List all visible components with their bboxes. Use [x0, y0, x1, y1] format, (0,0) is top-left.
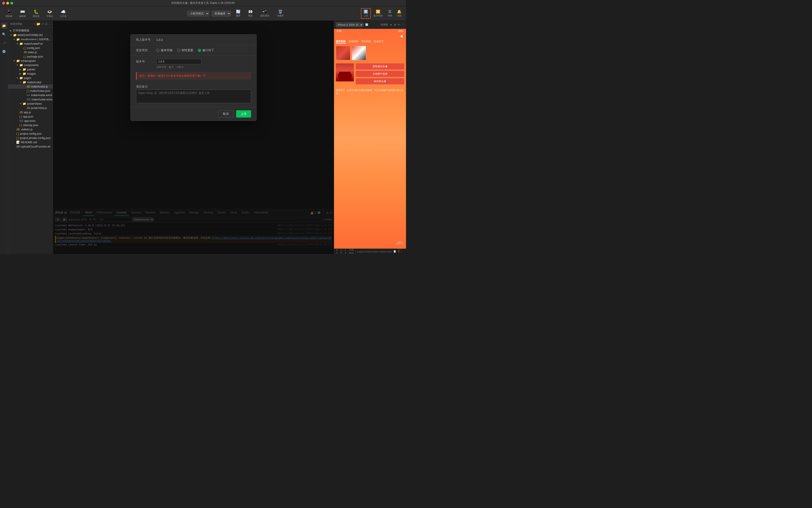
tree-item-painter[interactable]: ▶ 📁 painter — [8, 67, 53, 72]
thumb-2[interactable] — [352, 46, 366, 60]
tree-item-cloudfunctions[interactable]: ▼ 📁 cloudfunctions | 当前环境:... — [8, 37, 53, 42]
visual-button[interactable]: 👁️ 可视化 — [43, 7, 56, 20]
save-new-avatar-btn[interactable]: 保存新头像 — [356, 78, 404, 84]
md-file-icon: 📝 — [16, 140, 20, 144]
radio-patch[interactable]: 修订补丁 — [198, 48, 214, 52]
version-tip: 提示：新项目一般是1.0.0 版本号命名规则百度了解一下 — [136, 72, 251, 80]
tree-item-makeavatar-wxss[interactable]: SS makeAvatar.wxss — [8, 97, 53, 101]
tree-item-project-config[interactable]: { } project.config.json — [8, 131, 53, 136]
tree-item-app-json[interactable]: { } app.json — [8, 114, 53, 119]
rotate-icon[interactable]: ↻ — [398, 23, 400, 26]
get-wechat-avatar-btn[interactable]: 获取微信头像 — [356, 64, 404, 70]
new-folder-icon[interactable]: 📂 — [37, 22, 40, 26]
version-input[interactable] — [156, 59, 202, 64]
tree-item-index-js[interactable]: JS index.js — [8, 50, 53, 54]
tree-item-makeavatarfun[interactable]: ▼ 📁 makeAvatarFun — [8, 42, 53, 46]
record-dot[interactable]: ⏺ — [400, 34, 403, 38]
tip-content: 提示：新项目一般是1.0.0 版本号命名规则百度了解一下 — [139, 74, 206, 77]
maximize-button[interactable] — [10, 2, 13, 4]
tree-item-project-private[interactable]: { } project.private.config.json — [8, 136, 53, 140]
cancel-button[interactable]: 取消 — [218, 110, 233, 118]
debugger-button[interactable]: 🐛 调试器 — [29, 7, 43, 20]
tree-item-app-js[interactable]: JS app.js — [8, 110, 53, 114]
real-machine-button[interactable]: 📲 真机调试 — [258, 9, 272, 18]
minimize-button[interactable] — [6, 2, 9, 4]
radio-version-upgrade[interactable]: 版本升级 — [156, 48, 173, 52]
new-file-icon[interactable]: + — [34, 22, 36, 26]
tree-item-posterviews[interactable]: ▼ 📁 posterViews — [8, 101, 53, 106]
tree-item-config-json[interactable]: { } config.json — [8, 46, 53, 50]
tab-gradient[interactable]: 渐变国旗 — [348, 40, 358, 44]
search-icon[interactable]: 🔍 — [1, 31, 7, 37]
tree-item-makeavatar-json[interactable]: { } makeAvatar.json — [8, 89, 53, 93]
tree-item-images[interactable]: ▶ 📁 images — [8, 72, 53, 76]
thumb-1[interactable] — [336, 46, 350, 60]
tree-item-makeavatar-wxml[interactable]: <> makeAvatar.wxml — [8, 93, 53, 97]
compile-select[interactable]: 普通编译 — [212, 11, 231, 16]
git-icon[interactable]: ⎇ — [1, 40, 7, 46]
tree-item-package-json[interactable]: { } package.json — [8, 54, 53, 59]
simulator-button[interactable]: 📱 模拟器 — [2, 7, 16, 20]
refresh-tree-icon[interactable]: ↺ — [41, 22, 44, 26]
more-options-dot[interactable]: ··· — [396, 34, 399, 38]
copy-icon[interactable]: 📋 — [393, 250, 396, 253]
note-textarea[interactable] — [136, 90, 251, 103]
tree-item-readme[interactable]: 📝 README.md — [8, 140, 53, 144]
tab-other[interactable]: 其他样式 — [374, 40, 384, 44]
tree-item-eslintrc[interactable]: JS .eslintrc.js — [8, 127, 53, 131]
select-from-album-btn[interactable]: 从相册中选择 — [356, 71, 404, 77]
editor-button[interactable]: ⌨️ 编辑器 — [16, 7, 29, 20]
phone-frame: 0:56 84% ··· ⏺ 国庆新款 渐变国旗 简约国旗 其他样式 — [334, 29, 406, 249]
fullscreen-icon[interactable]: ⛶ — [402, 24, 404, 26]
thumb-red-bg — [336, 46, 350, 60]
tree-item-components[interactable]: ▼ 📁 components — [8, 63, 53, 67]
tree-item-upload-script[interactable]: SH uploadCloudFunction.sh — [8, 144, 53, 149]
tree-item-makeavatar-js[interactable]: JS makeAvatar.js — [8, 84, 53, 89]
msg-count: ℹ 0 — [345, 249, 347, 254]
upload-dialog: 线上版本号 1.0.2 更新类型 版本升级 特性更新 — [130, 34, 257, 121]
upload-button[interactable]: ⬆️ 上传 — [361, 8, 371, 19]
message-button[interactable]: 🔔 消息 — [395, 9, 404, 18]
version-mgr-button[interactable]: 🔀 版本管理 — [371, 9, 385, 18]
preview-button[interactable]: 👀 预览 — [245, 9, 255, 18]
tree-item-makeavatar-folder[interactable]: ▼ 📁 makeAvatar — [8, 80, 53, 84]
refresh-phone-icon[interactable]: 🔄 — [365, 23, 368, 26]
tab-simple[interactable]: 简约国旗 — [361, 40, 371, 44]
clear-cache-button[interactable]: 🗑️ 清缓存 — [274, 9, 287, 18]
tree-item-miniprogram[interactable]: ▼ 📁 miniprogram — [8, 59, 53, 63]
tree-item-sitemap-json[interactable]: { } sitemap.json — [8, 123, 53, 127]
js-file-icon: JS — [27, 85, 30, 88]
upload-confirm-button[interactable]: 上传 — [236, 110, 251, 118]
detail-button[interactable]: ☰ 详情 — [385, 9, 394, 18]
json-file-icon: { } — [27, 89, 29, 92]
refresh-button[interactable]: 🔄 编译 — [233, 9, 243, 18]
folder-icon: 📁 — [16, 38, 20, 41]
wxss-file-icon: SS — [27, 98, 31, 101]
files-icon[interactable]: 📁 — [1, 23, 7, 29]
folder-icon: 📁 — [19, 42, 23, 45]
close-button[interactable] — [2, 2, 5, 4]
dialog-overlay: 线上版本号 1.0.2 更新类型 版本升级 特性更新 — [53, 21, 334, 254]
settings-icon[interactable]: ⚙️ — [1, 48, 7, 54]
visual-label: 可视化 — [46, 15, 53, 18]
tree-item-pages[interactable]: ▼ 📁 pages — [8, 76, 53, 80]
tree-item-app-wxss[interactable]: SS app.wxss — [8, 119, 53, 123]
phone-expand-icon[interactable]: ⊞ — [394, 23, 396, 26]
arrow-icon: ▶ — [19, 68, 23, 71]
tab-guoqing[interactable]: 国庆新款 — [336, 40, 346, 44]
current-page-path: pages/makeAvatar/makeAvatar — [357, 250, 392, 253]
more-options-icon[interactable]: ··· — [48, 22, 51, 26]
tree-item-makeavatarblog[interactable]: ▼ 📁 MAKEAVATARBLOG — [8, 33, 53, 37]
radio-feature-update[interactable]: 特性更新 — [177, 48, 193, 52]
json-file-icon: { } — [24, 46, 26, 50]
online-version-label: 线上版本号 — [136, 38, 156, 42]
tree-item-posterview-js[interactable]: JS posterView.js — [8, 106, 53, 110]
cloud-button[interactable]: ☁️ 云开发 — [56, 7, 70, 20]
hot-reload-toggle[interactable]: ▼ — [390, 24, 392, 26]
arrow-icon: ▼ — [16, 42, 19, 45]
collapse-tree-icon[interactable]: ⊟ — [45, 22, 48, 26]
mode-select[interactable]: 小程序模式 — [187, 11, 209, 16]
tree-item-open-editors[interactable]: ▶ 打开的编辑器 — [8, 28, 53, 33]
device-select[interactable]: iPhone X 100% 16 — [336, 23, 364, 27]
main-layout: 📁 🔍 ⎇ ⚙️ 资源管理器 + 📂 ↺ ⊟ ··· ▶ 打开的编辑器 — [0, 21, 406, 254]
